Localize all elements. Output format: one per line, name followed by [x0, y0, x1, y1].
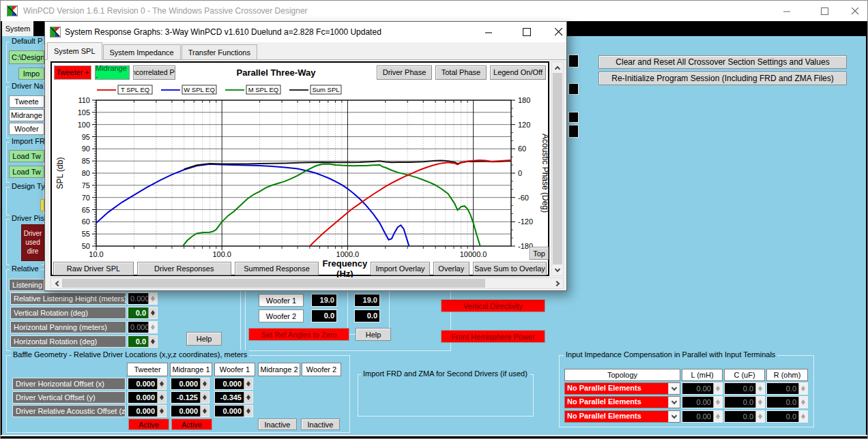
- baffle-x-midrange1[interactable]: 0.000: [171, 378, 209, 390]
- load-tweeter-frd-button[interactable]: Load Tw: [9, 150, 44, 162]
- close-button[interactable]: [840, 1, 868, 21]
- value[interactable]: -0.125: [171, 392, 200, 403]
- midrange1-active-button[interactable]: Active: [171, 419, 212, 430]
- value[interactable]: 0.0: [355, 310, 379, 322]
- topology-select-1[interactable]: No Parallel Elements: [564, 382, 680, 395]
- value[interactable]: 0.000: [215, 406, 244, 417]
- baffle-y-midrange1[interactable]: -0.125: [171, 391, 209, 404]
- raw-driver-spl-button[interactable]: Raw Driver SPL: [53, 262, 134, 275]
- topology-select-3[interactable]: No Parallel Elements: [564, 410, 680, 423]
- scroll-up-icon[interactable]: [552, 62, 563, 73]
- woofer1-button[interactable]: Woofer 1: [259, 294, 304, 307]
- tab-system-impedance[interactable]: System Impedance: [103, 44, 181, 59]
- horizontal-rotation-value[interactable]: 0.0: [128, 336, 148, 347]
- dialog-minimize-button[interactable]: [474, 22, 504, 42]
- set-ref-angles-button[interactable]: Set Ref Angles to Zero: [248, 328, 349, 341]
- spinner[interactable]: [157, 392, 166, 403]
- horizontal-scroll-track[interactable]: [485, 278, 552, 288]
- driver-name-woofer-button[interactable]: Woofer: [9, 123, 44, 135]
- value[interactable]: 0.0: [312, 310, 336, 322]
- top-button[interactable]: Top: [530, 247, 549, 260]
- save-sum-overlay-button[interactable]: Save Sum to Overlay: [473, 262, 547, 275]
- spinner: [148, 322, 157, 333]
- dialog-vertical-scrollbar[interactable]: [551, 61, 564, 276]
- vertical-directivity-button[interactable]: Vertical Directivity: [441, 299, 545, 312]
- total-phase-button[interactable]: Total Phase: [435, 65, 487, 80]
- spinner[interactable]: [157, 406, 166, 417]
- minimize-button[interactable]: [772, 1, 802, 21]
- spinner[interactable]: [244, 378, 252, 389]
- value[interactable]: 0.000: [128, 378, 157, 389]
- driver-name-tweeter-button[interactable]: Tweete: [9, 95, 44, 108]
- overlay-button[interactable]: Overlay: [433, 262, 469, 275]
- tab-system-spl[interactable]: System SPL: [47, 42, 102, 60]
- driver-name-midrange-button[interactable]: Midrange: [9, 109, 44, 121]
- chevron-down-icon[interactable]: [668, 383, 680, 394]
- driver-responses-button[interactable]: Driver Responses: [137, 262, 231, 275]
- baffle-y-tweeter[interactable]: 0.000: [128, 391, 167, 404]
- baffle-x-woofer1[interactable]: 0.000: [214, 378, 253, 390]
- dialog-maximize-button[interactable]: [511, 22, 542, 42]
- horizontal-rotation-spinbox[interactable]: 0.0: [128, 335, 158, 348]
- value[interactable]: 0.000: [128, 392, 157, 403]
- value[interactable]: 0.000: [215, 378, 244, 389]
- midrange2-inactive-button[interactable]: Inactive: [258, 419, 297, 430]
- value[interactable]: -0.345: [215, 392, 244, 403]
- maximize-button[interactable]: [809, 1, 840, 21]
- load-tweeter-zma-button[interactable]: Load Tw: [9, 166, 44, 178]
- value[interactable]: 0.000: [128, 406, 157, 417]
- import-overlay-button[interactable]: Import Overlay: [371, 262, 430, 275]
- scroll-down-icon[interactable]: [552, 264, 563, 275]
- scroll-right-icon[interactable]: [552, 278, 563, 288]
- front-hemisphere-button[interactable]: Front Hemisphere Power: [441, 330, 545, 343]
- baffle-z-midrange1[interactable]: 0.000: [171, 405, 209, 417]
- spinner[interactable]: [200, 406, 209, 417]
- baffle-y-woofer1[interactable]: -0.345: [214, 391, 253, 404]
- value[interactable]: 19.0: [355, 294, 379, 306]
- tweeter-active-button[interactable]: Active: [128, 419, 169, 430]
- baffle-z-tweeter[interactable]: 0.000: [128, 405, 167, 417]
- ref-angles-help-button[interactable]: Help: [356, 328, 391, 341]
- woofer2-inactive-button[interactable]: Inactive: [301, 419, 340, 430]
- tweeter-polarity-button[interactable]: Tweeter +: [54, 65, 91, 80]
- summed-response-button[interactable]: Summed Response: [235, 262, 319, 275]
- dialog-close-button[interactable]: [543, 22, 574, 42]
- baffle-z-woofer1[interactable]: 0.000: [214, 405, 253, 417]
- vertical-scroll-thumb[interactable]: [553, 73, 562, 264]
- woofer2-button[interactable]: Woofer 2: [259, 309, 304, 322]
- woofer1-angle-value-1[interactable]: 19.0: [311, 294, 337, 307]
- import-project-button[interactable]: Impo: [18, 67, 44, 80]
- chevron-down-icon[interactable]: [668, 411, 680, 422]
- scroll-left-icon[interactable]: [51, 278, 62, 288]
- chevron-down-icon[interactable]: [668, 397, 680, 408]
- woofer2-angle-value-2[interactable]: 0.0: [354, 309, 380, 322]
- relative-help-button[interactable]: Help: [186, 332, 222, 346]
- vertical-rotation-spinbox[interactable]: 0.0: [128, 307, 158, 319]
- woofer2-angle-value-1[interactable]: 0.0: [311, 309, 337, 322]
- horizontal-scroll-thumb[interactable]: [62, 279, 485, 288]
- driver-phase-button[interactable]: Driver Phase: [377, 65, 432, 80]
- value[interactable]: 0.000: [171, 406, 200, 417]
- menu-tab-system[interactable]: System: [2, 21, 33, 36]
- value[interactable]: 19.0: [312, 294, 336, 306]
- spinner[interactable]: [157, 378, 166, 389]
- uncorrelated-pwr-button[interactable]: Uncorrelated Pwr: [133, 65, 175, 80]
- project-path-field[interactable]: C:\Design: [9, 50, 44, 64]
- legend-toggle-button[interactable]: Legend On/Off: [490, 65, 546, 80]
- baffle-x-tweeter[interactable]: 0.000: [128, 378, 167, 390]
- midrange-polarity-button[interactable]: Midrange -: [95, 65, 130, 80]
- value[interactable]: 0.000: [171, 378, 200, 389]
- spinner[interactable]: [148, 336, 157, 347]
- dialog-horizontal-scrollbar[interactable]: [50, 277, 564, 289]
- vertical-rotation-value[interactable]: 0.0: [128, 307, 148, 318]
- clear-reset-button[interactable]: Clear and Reset All Crossover Section Se…: [598, 55, 847, 69]
- tab-transfer-functions[interactable]: Transfer Functions: [182, 44, 257, 59]
- woofer1-angle-value-2[interactable]: 19.0: [354, 294, 380, 307]
- reinitialize-button[interactable]: Re-Initialize Program Session (Including…: [598, 72, 847, 85]
- spinner[interactable]: [148, 307, 157, 318]
- topology-select-2[interactable]: No Parallel Elements: [564, 396, 680, 408]
- spinner[interactable]: [200, 392, 209, 403]
- spinner[interactable]: [244, 392, 252, 403]
- spinner[interactable]: [244, 406, 252, 417]
- spinner[interactable]: [200, 378, 209, 389]
